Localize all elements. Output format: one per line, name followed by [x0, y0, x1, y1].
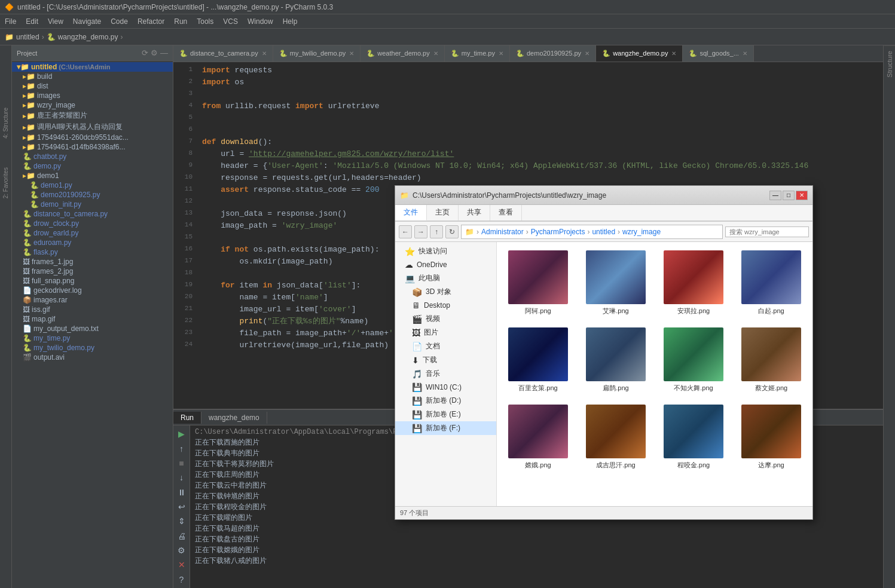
tree-item-my-twilio[interactable]: 🐍 my_twilio_demo.py [12, 343, 173, 353]
fe-nav-pics[interactable]: 🖼图片 [395, 326, 496, 339]
fe-nav-downloads[interactable]: ⬇下载 [395, 353, 496, 367]
close-tab-weather[interactable]: ✕ [433, 50, 438, 57]
run-search-button[interactable]: ? [175, 574, 188, 586]
tree-item-frames1[interactable]: 🖼 frames_1.jpg [12, 257, 173, 267]
fe-nav-e[interactable]: 💾新加卷 (E:) [395, 408, 496, 421]
fe-rtab-view[interactable]: 查看 [490, 205, 522, 220]
tree-item-17549461b[interactable]: ▸📁 17549461-d14fb84398af6... [12, 142, 173, 152]
tree-item-17549461a[interactable]: ▸📁 17549461-260dcb9551dac... [12, 133, 173, 142]
tree-item-iss[interactable]: 🖼 iss.gif [12, 305, 173, 314]
fe-rtab-file[interactable]: 文件 [395, 205, 427, 220]
run-pause-button[interactable]: ⏸ [175, 486, 188, 498]
fe-refresh-button[interactable]: ↻ [445, 225, 459, 238]
fe-nav-video[interactable]: 🎬视频 [395, 312, 496, 326]
fe-nav-docs[interactable]: 📄文档 [395, 339, 496, 353]
sync-icon[interactable]: ⟳ [142, 48, 148, 57]
menubar-item-view[interactable]: View [43, 16, 68, 27]
fe-file-aoke[interactable]: 阿轲.png [502, 247, 575, 319]
fe-nav-d[interactable]: 💾新加卷 (D:) [395, 394, 496, 408]
menubar-item-vcs[interactable]: VCS [218, 16, 243, 27]
run-print-button[interactable]: 🖨 [175, 530, 188, 542]
tree-root[interactable]: ▾📁 untitled (C:\Users\Admin [12, 62, 173, 72]
menubar-item-file[interactable]: File [0, 16, 21, 27]
run-tab[interactable]: Run [173, 412, 201, 424]
structure-side-tab[interactable]: Structure [884, 45, 895, 82]
run-stop-button[interactable]: ■ [175, 457, 188, 469]
breadcrumb-file[interactable]: wangzhe_demo.py [58, 33, 118, 41]
fe-file-baiqi[interactable]: 白起.png [735, 247, 808, 319]
fe-file-damo[interactable]: 达摩.png [735, 401, 808, 473]
close-tab-twilio[interactable]: ✕ [349, 50, 354, 57]
close-tab-wangzhe[interactable]: ✕ [671, 50, 676, 57]
breadcrumb-project[interactable]: untitled [16, 33, 39, 41]
fe-forward-button[interactable]: → [414, 225, 427, 238]
fe-file-buzhihuowu[interactable]: 不知火舞.png [657, 324, 730, 396]
fe-addr-pycharm[interactable]: PycharmProjects [531, 228, 585, 236]
tree-item-demo1[interactable]: ▸📁 demo1 [12, 171, 173, 180]
tree-item-frames2[interactable]: 🖼 frames_2.jpg [12, 267, 173, 276]
fe-file-caiwenji[interactable]: 蔡文姬.png [735, 324, 808, 396]
fe-file-bailixuance[interactable]: 百里玄策.png [502, 324, 575, 396]
tree-item-drow-earld[interactable]: 🐍 drow_earld.py [12, 228, 173, 238]
fe-file-biandiao[interactable]: 扁鹊.png [579, 324, 652, 396]
fe-up-button[interactable]: ↑ [430, 225, 443, 238]
tree-item-images-rar[interactable]: 📦 images.rar [12, 295, 173, 305]
fe-search-input[interactable] [725, 226, 809, 237]
tree-item-demo[interactable]: 🐍 demo.py [12, 161, 173, 171]
fe-nav-music[interactable]: 🎵音乐 [395, 367, 496, 381]
fe-nav-thispc[interactable]: 💻此电脑 [395, 271, 496, 285]
menubar-item-run[interactable]: Run [169, 16, 192, 27]
tab-twilio[interactable]: 🐍 my_twilio_demo.py ✕ [273, 45, 361, 62]
tree-item-demo20190925[interactable]: 🐍 demo20190925.py [12, 190, 173, 200]
tree-item-chatbot[interactable]: 🐍 chatbot.py [12, 152, 173, 161]
tree-item-demo1py[interactable]: 🐍 demo1.py [12, 180, 173, 190]
fe-file-niangniang[interactable]: 嫦娥.png [502, 401, 575, 473]
menubar-item-tools[interactable]: Tools [192, 16, 218, 27]
fe-file-chengjisihn[interactable]: 成吉思汗.png [579, 401, 652, 473]
close-tab-distance[interactable]: ✕ [262, 50, 267, 57]
tree-item-output-demo[interactable]: 📄 my_output_demo.txt [12, 324, 173, 333]
fe-addr-admin[interactable]: Administrator [481, 228, 524, 236]
tab-distance[interactable]: 🐍 distance_to_camera.py ✕ [173, 45, 273, 62]
tab-demo20190925[interactable]: 🐍 demo20190925.py ✕ [510, 45, 596, 62]
menubar-item-refactor[interactable]: Refactor [133, 16, 169, 27]
tree-item-airobot[interactable]: ▸📁 调用AI聊天机器人自动回复 [12, 121, 173, 133]
run-scroll-button[interactable]: ⇕ [175, 515, 188, 527]
tree-item-build[interactable]: ▸📁 build [12, 72, 173, 81]
structure-tab[interactable]: 4: Structure [1, 105, 10, 141]
wangzhe-tab[interactable]: wangzhe_demo [201, 412, 267, 424]
tree-item-my-time[interactable]: 🐍 my_time.py [12, 333, 173, 343]
run-down-button[interactable]: ↓ [175, 471, 188, 483]
run-up-button[interactable]: ↑ [175, 442, 188, 454]
tree-item-wzry-image[interactable]: ▸📁 wzry_image [12, 100, 173, 110]
menubar-item-code[interactable]: Code [106, 16, 133, 27]
tree-item-dist[interactable]: ▸📁 dist [12, 81, 173, 91]
tab-wangzhe[interactable]: 🐍 wangzhe_demo.py ✕ [596, 45, 683, 62]
fe-nav-onedrive[interactable]: ☁OneDrive [395, 258, 496, 271]
fe-file-aipei[interactable]: 艾琳.png [579, 247, 652, 319]
fe-addr-wzry[interactable]: wzry_image [622, 228, 661, 236]
menubar-item-edit[interactable]: Edit [21, 16, 43, 27]
fe-nav-f[interactable]: 💾新加卷 (F:) [395, 421, 496, 435]
fe-maximize-button[interactable]: □ [783, 191, 795, 200]
fe-file-chengyaojin[interactable]: 程咬金.png [657, 401, 730, 473]
run-play-button[interactable]: ▶ [175, 428, 188, 440]
tab-weather[interactable]: 🐍 weather_demo.py ✕ [361, 45, 444, 62]
fe-nav-3d[interactable]: 📦3D 对象 [395, 285, 496, 299]
fe-nav-quickaccess[interactable]: ⭐快速访问 [395, 244, 496, 258]
tree-item-demo-init[interactable]: 🐍 demo_init.py [12, 200, 173, 209]
tree-item-rongyu[interactable]: ▸📁 鹿王者荣耀图片 [12, 110, 173, 121]
menubar-item-navigate[interactable]: Navigate [68, 16, 106, 27]
settings-icon[interactable]: ⚙ [151, 48, 158, 57]
minus-icon[interactable]: — [160, 48, 168, 57]
fe-file-anqila[interactable]: 安琪拉.png [657, 247, 730, 319]
fe-minimize-button[interactable]: — [769, 191, 781, 200]
run-wrap-button[interactable]: ↩ [175, 501, 188, 513]
run-gear-button[interactable]: ⚙ [175, 544, 188, 556]
tab-sql[interactable]: 🐍 sql_goods_... ✕ [683, 45, 753, 62]
tree-item-gecko[interactable]: 📄 geckodriver.log [12, 286, 173, 295]
favorites-tab[interactable]: 2: Favorites [1, 165, 10, 201]
tab-mytime[interactable]: 🐍 my_time.py ✕ [445, 45, 510, 62]
fe-nav-c[interactable]: 💾WIN10 (C:) [395, 381, 496, 394]
menubar-item-window[interactable]: Window [243, 16, 278, 27]
